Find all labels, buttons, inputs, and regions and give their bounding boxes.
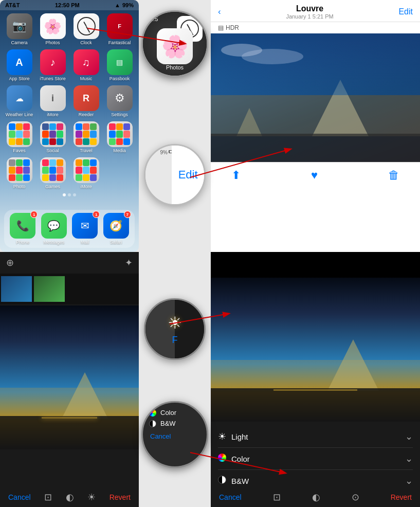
imore2-folder (74, 157, 99, 183)
edit-tools-screen: ☀ Light ⌄ Color ⌄ B& (211, 252, 420, 507)
filter-bw-icon (149, 420, 156, 427)
brightness-inner: ☀ F (168, 313, 182, 346)
tools-cancel-button[interactable]: Cancel (219, 493, 242, 501)
brightness-zoom-circle: ☀ F (144, 298, 206, 360)
louvre-photo (211, 33, 420, 162)
app-photos[interactable]: 🌸 Photos (38, 13, 68, 45)
app-photo[interactable]: Photo (4, 157, 34, 189)
camera-icon: 📷 (7, 13, 32, 39)
edit-zoom-circle: 9% Edit (144, 144, 206, 206)
favorite-button[interactable]: ♥ (311, 169, 318, 182)
edit-tools-photo[interactable] (211, 278, 420, 422)
tools-adjust-icon[interactable]: ⊙ (352, 492, 359, 503)
reeder-label: Reeder (79, 112, 94, 117)
plus-icon[interactable]: ⊕ (6, 257, 14, 268)
cancel-button[interactable]: Cancel (8, 493, 31, 501)
dock-messages[interactable]: 💬 Messages (41, 213, 67, 245)
faves-folder (7, 121, 32, 147)
photos-label: Photos (45, 40, 60, 45)
safari-badge: 7 (124, 211, 131, 218)
app-media[interactable]: Media (104, 121, 135, 153)
app-faves[interactable]: Faves (4, 121, 34, 153)
photos-screen-container: ‹ Louvre January 1 5:21 PM Edit ▤ HDR (211, 0, 420, 252)
night-pyramid (62, 372, 108, 419)
social-folder (40, 121, 66, 147)
tool-light-left: ☀ Light (218, 431, 248, 442)
photos-icon: 🌸 (40, 13, 66, 39)
tools-crop-icon[interactable]: ⊡ (273, 492, 281, 503)
phone-label: Phone (16, 240, 29, 245)
sky-overlay (211, 33, 420, 95)
photo-date: January 1 5:21 PM (286, 13, 333, 20)
music-label: Music (80, 76, 93, 81)
app-itunes[interactable]: ♪ iTunes Store (38, 49, 68, 81)
dock-mail[interactable]: ✉ 1 Mail (72, 213, 98, 245)
filter-bw-label: B&W (160, 420, 176, 427)
tools-filter-icon[interactable]: ◐ (312, 492, 320, 503)
status-right: ▲ 99% (115, 2, 134, 8)
album-title: Louvre (286, 4, 333, 13)
weather-label: Weather Line (6, 112, 33, 117)
tools-revert-button[interactable]: Revert (391, 493, 412, 501)
hdr-label: HDR (226, 24, 239, 31)
revert-button[interactable]: Revert (109, 493, 131, 501)
app-music[interactable]: ♫ Music (71, 49, 101, 81)
color-label: Color (231, 455, 250, 463)
pyramid-small (236, 108, 262, 136)
edit-bottom-toolbar: Cancel ⊡ ◐ ☀ Revert (0, 487, 139, 507)
filter-bw-item: B&W (149, 420, 200, 427)
filter-icon[interactable]: ◐ (66, 492, 74, 503)
media-folder (107, 121, 133, 147)
app-clock[interactable]: Clock (71, 13, 101, 45)
app-games[interactable]: Games (38, 157, 68, 189)
bw-icon (218, 476, 226, 486)
app-weather[interactable]: ☁ Weather Line (4, 85, 34, 117)
crop-icon[interactable]: ⊡ (44, 492, 52, 503)
social-label: Social (46, 148, 59, 153)
filter-zoom-circle: Color B&W Cancel (141, 401, 208, 468)
app-passbook[interactable]: ▤ Passbook (104, 49, 135, 81)
app-reeder[interactable]: R Reeder (71, 85, 101, 117)
phone-badge: 1 (30, 211, 38, 218)
delete-button[interactable]: 🗑 (388, 169, 399, 182)
travel-folder (74, 121, 99, 147)
app-imore[interactable]: i iMore (38, 85, 68, 117)
edit-tools-bottom-bar: Cancel ⊡ ◐ ⊙ Revert (211, 487, 420, 507)
app-fantastical[interactable]: F Fantastical (104, 13, 135, 45)
main-photo[interactable] (211, 33, 420, 162)
photos-zoom-circle: 12:5 🌸 Photos (141, 10, 208, 77)
mail-label: Mail (81, 240, 89, 245)
weather-icon: ☁ (7, 85, 32, 111)
bw-label: B&W (231, 477, 249, 485)
tools-pyramid (327, 339, 379, 391)
magic-wand-icon[interactable]: ✦ (125, 257, 133, 268)
tool-color[interactable]: Color ⌄ (218, 448, 413, 470)
dock-phone[interactable]: 📞 1 Phone (10, 213, 35, 245)
filter-color-icon (149, 409, 156, 417)
dock-safari[interactable]: 🧭 7 Safari (103, 213, 129, 245)
edit-button[interactable]: Edit (398, 7, 413, 16)
edit-topbar: ⊕ ✦ (0, 252, 139, 274)
brightness-f-label: F (172, 335, 178, 346)
app-settings[interactable]: ⚙ Settings (104, 85, 135, 117)
back-button[interactable]: ‹ (218, 7, 221, 17)
night-lights (42, 417, 97, 419)
hdr-badge: ▤ HDR (211, 22, 420, 33)
night-ground (0, 416, 139, 449)
filter-cancel-button[interactable]: Cancel (149, 430, 200, 440)
app-social[interactable]: Social (38, 121, 68, 153)
settings-icon: ⚙ (107, 85, 133, 111)
photo-strip[interactable] (0, 274, 139, 304)
clock-minute-hand (86, 26, 90, 33)
app-imore2[interactable]: iMore (71, 157, 101, 189)
app-appstore[interactable]: A App Store (4, 49, 34, 81)
clock-icon (74, 13, 99, 39)
adjust-icon[interactable]: ☀ (87, 492, 96, 503)
people-strip (211, 134, 420, 162)
cloud2 (242, 49, 303, 64)
app-camera[interactable]: 📷 Camera (4, 13, 34, 45)
app-travel[interactable]: Travel (71, 121, 101, 153)
edit-main-photo[interactable] (0, 305, 139, 449)
share-button[interactable]: ⬆ (231, 169, 241, 182)
tool-light[interactable]: ☀ Light ⌄ (218, 426, 413, 448)
